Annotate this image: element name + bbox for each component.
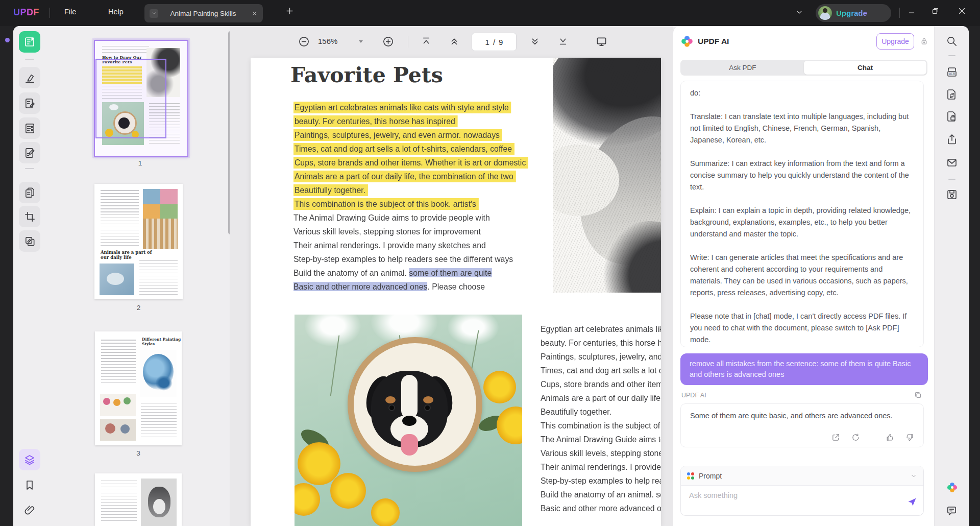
protect-icon[interactable]: [946, 110, 958, 123]
sidebar-item-attachments[interactable]: [23, 505, 36, 517]
text-line-column2: Times, cat and dog art sells a lot of t-…: [541, 364, 661, 377]
sidebar-item-watermark[interactable]: [19, 230, 40, 252]
account-chevron-icon[interactable]: [795, 8, 803, 16]
highlighted-text-line: Egyptian art celebrates animals like cat…: [293, 102, 511, 113]
regenerate-icon[interactable]: [851, 433, 860, 442]
presentation-mode-button[interactable]: [596, 36, 607, 47]
sidebar-item-edit-page[interactable]: [19, 117, 40, 139]
chat-area[interactable]: do:Translate: I can translate text into …: [673, 80, 934, 526]
sidebar-item-fill-sign[interactable]: [19, 142, 40, 163]
right-toolbar: OCR: [934, 26, 969, 526]
comments-icon[interactable]: [946, 505, 958, 517]
assistant-paragraph: Explain: I can explain a topic in depth,…: [690, 205, 914, 240]
thumbnail-page-3[interactable]: Different Painting Styles: [95, 331, 182, 445]
zoom-out-button[interactable]: [298, 36, 310, 47]
convert-icon[interactable]: [946, 88, 958, 101]
document-tab[interactable]: Animal Painting Skills: [144, 4, 263, 22]
text-line-column2: Basic and other more advanced ones. Plea…: [541, 501, 661, 515]
menu-file[interactable]: File: [64, 8, 76, 16]
sidebar-item-comment[interactable]: [19, 92, 40, 114]
ocr-icon[interactable]: OCR: [946, 66, 958, 78]
ai-assistant-icon[interactable]: [946, 482, 958, 495]
share-icon[interactable]: [946, 133, 958, 146]
search-icon[interactable]: [946, 35, 958, 47]
user-avatar: [818, 6, 832, 20]
save-icon[interactable]: [946, 188, 958, 201]
dog-sketch-image: [553, 58, 661, 293]
prompt-dropdown[interactable]: Prompt: [681, 466, 923, 486]
open-external-icon[interactable]: [831, 433, 840, 442]
strip-divider: [948, 55, 955, 56]
sidebar-item-bookmarks[interactable]: [23, 479, 36, 491]
highlighted-text-line: Animals are a part of our daily life, th…: [293, 171, 516, 182]
ai-panel: UPDF AI Upgrade Ask PDF Chat do:Translat…: [673, 26, 934, 526]
zoom-dropdown-icon[interactable]: [359, 40, 363, 43]
sidebar-item-organize-pages[interactable]: [19, 182, 40, 203]
document-view: 156% 1 / 9 Favorite Pets: [230, 26, 673, 526]
send-icon[interactable]: [907, 497, 917, 509]
window-titlebar: UPDF File Help Animal Painting Skills Up…: [0, 0, 980, 26]
minimize-button[interactable]: [908, 9, 916, 17]
last-page-button[interactable]: [557, 36, 569, 47]
tab-chat[interactable]: Chat: [804, 61, 926, 75]
text-line-column2: This combination is the subject of this …: [541, 419, 661, 433]
text-line-column2: Animals are a part of our daily life, th…: [541, 391, 661, 405]
prompt-grid-icon: [687, 472, 694, 480]
account-upgrade-pill[interactable]: Upgrade: [816, 4, 891, 22]
tab-dropdown-icon[interactable]: [150, 9, 158, 18]
ai-upgrade-button[interactable]: Upgrade: [876, 33, 914, 50]
thumbnail-page-3-label: 3: [95, 449, 182, 457]
thumbnail-page-4[interactable]: [95, 473, 182, 526]
total-pages: 9: [499, 38, 503, 46]
sidebar-item-thumbnails[interactable]: [19, 449, 40, 470]
text-line-column2: Paintings, sculptures, jewelry, and even…: [541, 350, 661, 364]
pdf-title: Favorite Pets: [290, 63, 443, 87]
new-tab-button[interactable]: [285, 6, 295, 16]
highlighted-text-line: beauty. For centuries, this horse has in…: [293, 115, 458, 127]
assistant-message: do:Translate: I can translate text into …: [680, 81, 924, 347]
thumbnail-page-2[interactable]: Animals are a part of our daily life: [94, 184, 183, 299]
tab-close-icon[interactable]: [251, 10, 258, 17]
titlebar-divider: [899, 8, 900, 18]
window-right-edge: [969, 26, 980, 526]
zoom-in-button[interactable]: [382, 36, 394, 47]
thumbnail-page-1-label: 1: [94, 159, 186, 167]
tab-title: Animal Painting Skills: [158, 10, 248, 17]
selected-text: Basic and other more advanced ones: [293, 282, 427, 291]
user-message-bubble: remove all mistakes from the sentence: s…: [680, 353, 928, 385]
previous-page-button[interactable]: [449, 36, 460, 47]
thumbs-up-icon[interactable]: [886, 433, 894, 442]
text-line: The Animal Drawing Guide aims to provide…: [293, 211, 524, 225]
next-page-button[interactable]: [529, 36, 541, 47]
ai-response-text: Some of them are quite basic, and others…: [690, 411, 914, 421]
text-line-column2: Beautifully together.: [541, 405, 661, 419]
highlighted-text-line: Times, cat and dog art sells a lot of t-…: [293, 143, 514, 155]
updf-logo: UPDF: [13, 7, 39, 18]
text-line-column2: Egyptian art celebrates animals like cat…: [541, 322, 661, 336]
thumbnail-page-1[interactable]: How to Draw Our Favorite Pets: [94, 40, 188, 157]
page-number-input[interactable]: 1 / 9: [472, 33, 517, 51]
first-page-button[interactable]: [421, 36, 432, 47]
copy-icon[interactable]: [914, 391, 922, 399]
page-viewport-indicator[interactable]: [95, 59, 166, 138]
mail-icon[interactable]: [946, 156, 958, 169]
ai-panel-title: UPDF AI: [698, 37, 729, 46]
thumbs-down-icon[interactable]: [905, 433, 914, 442]
window-left-edge: [0, 26, 13, 526]
lock-icon[interactable]: [920, 37, 928, 45]
sidebar-item-crop[interactable]: [19, 206, 40, 227]
thumbnail-page-2-label: 2: [94, 304, 183, 312]
text-line-column2: beauty. For centuries, this horse has in…: [541, 336, 661, 350]
zoom-level[interactable]: 156%: [318, 37, 337, 45]
sidebar-divider: [25, 59, 34, 60]
tab-ask-pdf[interactable]: Ask PDF: [681, 61, 804, 75]
menu-help[interactable]: Help: [108, 8, 124, 16]
sidebar-item-highlighter[interactable]: [19, 67, 40, 88]
notification-dot: [5, 38, 10, 42]
close-button[interactable]: [958, 7, 966, 15]
selected-text: some of them are quite: [409, 268, 492, 277]
ask-input[interactable]: [688, 491, 884, 500]
sidebar-item-reader[interactable]: [19, 31, 40, 53]
restore-button[interactable]: [931, 7, 940, 15]
assistant-paragraph: Please note that in [chat] mode, I can't…: [690, 310, 914, 346]
